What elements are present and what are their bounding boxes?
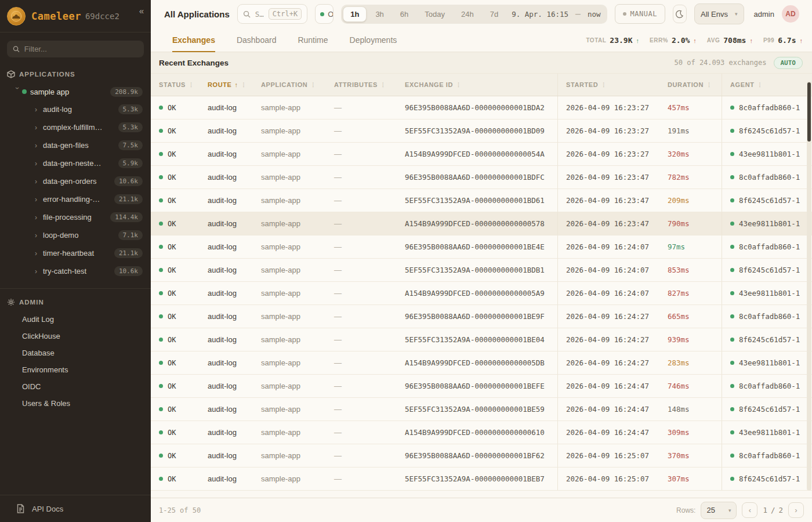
sidebar-route-item[interactable]: › file-processing 114.4k <box>0 208 151 226</box>
column-header-started[interactable]: STARTED⋮ <box>557 74 659 96</box>
time-range-1h[interactable]: 1h <box>343 6 367 22</box>
global-search[interactable]: S… Ctrl+K <box>237 4 307 24</box>
sidebar-route-item[interactable]: › try-catch-test 10.6k <box>0 262 151 280</box>
sidebar-route-item[interactable]: › data-gen-orders 10.6k <box>0 172 151 190</box>
tab-exchanges[interactable]: Exchanges <box>172 30 215 52</box>
range-from[interactable]: 9. Apr. 16:15 <box>507 6 573 22</box>
search-shortcut: Ctrl+K <box>269 8 302 20</box>
admin-item-environments[interactable]: Environments <box>0 361 151 378</box>
status-cell: OK <box>151 119 200 142</box>
table-row[interactable]: OK audit-log sample-app — 96E395B0088AA6… <box>151 305 812 328</box>
column-header-agent[interactable]: AGENT⋮ <box>722 74 812 96</box>
filter-input[interactable] <box>24 45 138 53</box>
started-cell: 2026-04-09 16:24:27 <box>557 351 659 374</box>
avatar[interactable]: AD <box>782 5 799 23</box>
status-ok-dot <box>159 268 163 272</box>
sidebar-route-item[interactable]: › data-gen-files 7.5k <box>0 136 151 154</box>
exchange-table: OK audit-log sample-app — 96E395B0088AA6… <box>151 96 812 491</box>
agent-ok-dot <box>730 384 734 388</box>
admin-item-oidc[interactable]: OIDC <box>0 378 151 395</box>
dark-mode-toggle[interactable] <box>673 5 687 23</box>
table-row[interactable]: OK audit-log sample-app — 96E395B0088AA6… <box>151 235 812 259</box>
table-row[interactable]: OK audit-log sample-app — 5EF55FC31352A9… <box>151 328 812 351</box>
auto-refresh-badge[interactable]: AUTO <box>774 57 803 69</box>
table-row[interactable]: OK audit-log sample-app — 96E395B0088AA6… <box>151 96 812 119</box>
route-count-badge: 114.4k <box>110 212 143 222</box>
status-label: OK <box>168 313 176 321</box>
sidebar-route-item[interactable]: › timer-heartbeat 21.1k <box>0 244 151 262</box>
table-row[interactable]: OK audit-log sample-app — 96E395B0088AA6… <box>151 166 812 189</box>
collapse-sidebar-icon[interactable]: « <box>139 6 144 16</box>
table-row[interactable]: OK audit-log sample-app — 96E395B0088AA6… <box>151 444 812 467</box>
admin-item-clickhouse[interactable]: ClickHouse <box>0 328 151 345</box>
route-count-badge: 10.6k <box>114 266 143 276</box>
range-separator: – <box>574 9 582 19</box>
table-row[interactable]: OK audit-log sample-app — 5EF55FC31352A9… <box>151 467 812 491</box>
time-range-7d[interactable]: 7d <box>483 6 506 22</box>
column-header-status[interactable]: STATUS⋮ <box>151 74 200 96</box>
search-icon <box>243 10 251 18</box>
manual-refresh-button[interactable]: MANUAL <box>615 4 665 24</box>
exchange-id-cell: A154B9A999DFCED-0000000000000610 <box>397 421 557 444</box>
route-cell: audit-log <box>200 119 253 142</box>
tab-runtime[interactable]: Runtime <box>298 30 328 52</box>
route-name: data-gen-files <box>43 141 89 150</box>
api-docs-link[interactable]: API Docs <box>0 495 151 522</box>
scrollbar-thumb[interactable] <box>807 82 811 142</box>
column-header-route[interactable]: ROUTE↑⋮ <box>200 74 253 96</box>
sidebar-route-item[interactable]: › data-gen-neste… 5.9k <box>0 154 151 172</box>
table-row[interactable]: OK audit-log sample-app — A154B9A999DFCE… <box>151 282 812 305</box>
table-row[interactable]: OK audit-log sample-app — 5EF55FC31352A9… <box>151 398 812 421</box>
column-header-duration[interactable]: DURATION⋮ <box>659 74 722 96</box>
admin-label: ADMIN <box>19 299 44 306</box>
table-row[interactable]: OK audit-log sample-app — 96E395B0088AA6… <box>151 375 812 398</box>
sidebar-route-item[interactable]: › error-handling-… 21.1k <box>0 190 151 208</box>
application-cell: sample-app <box>253 328 326 351</box>
admin-item-database[interactable]: Database <box>0 345 151 361</box>
tab-dashboard[interactable]: Dashboard <box>237 30 277 52</box>
column-header-exchange-id[interactable]: EXCHANGE ID⋮ <box>397 74 557 96</box>
sidebar-item-sample-app[interactable]: › sample app 208.9k <box>0 83 151 100</box>
exchange-count: 50 of 24.093 exchanges <box>675 59 767 67</box>
sort-arrow-icon: ↑ <box>235 81 238 88</box>
started-cell: 2026-04-09 16:23:47 <box>557 212 659 235</box>
status-cell: OK <box>151 421 200 444</box>
sidebar-filter[interactable] <box>7 41 144 57</box>
next-page-button[interactable]: › <box>788 502 804 518</box>
admin-item-users-roles[interactable]: Users & Roles <box>0 395 151 412</box>
table-row[interactable]: OK audit-log sample-app — 5EF55FC31352A9… <box>151 189 812 212</box>
sidebar-route-item[interactable]: › complex-fulfillm… 5.3k <box>0 118 151 136</box>
table-row[interactable]: OK audit-log sample-app — 5EF55FC31352A9… <box>151 259 812 282</box>
cameleer-logo <box>7 7 26 26</box>
connection-status-pill[interactable]: O <box>315 4 334 24</box>
table-row[interactable]: OK audit-log sample-app — A154B9A999DFCE… <box>151 212 812 235</box>
agent-ok-dot <box>730 245 734 249</box>
environment-select[interactable]: All Envs ▾ <box>694 3 744 24</box>
table-row[interactable]: OK audit-log sample-app — A154B9A999DFCE… <box>151 143 812 166</box>
agent-label: 8f6245c61d57-1 <box>739 126 800 135</box>
table-scrollbar[interactable] <box>807 81 811 491</box>
status-label: OK <box>168 429 176 437</box>
time-range-24h[interactable]: 24h <box>454 6 481 22</box>
route-count-badge: 21.1k <box>114 194 143 204</box>
column-header-attributes[interactable]: ATTRIBUTES⋮ <box>326 74 397 96</box>
time-range-6h[interactable]: 6h <box>393 6 416 22</box>
range-to[interactable]: now <box>583 6 606 22</box>
time-range-today[interactable]: Today <box>417 6 452 22</box>
sidebar-route-item[interactable]: › loop-demo 7.1k <box>0 226 151 244</box>
started-cell: 2026-04-09 16:24:07 <box>557 235 659 258</box>
prev-page-button[interactable]: ‹ <box>742 502 757 518</box>
status-ok-dot <box>159 291 163 295</box>
time-range-3h[interactable]: 3h <box>368 6 391 22</box>
status-label: OK <box>168 452 176 460</box>
rows-per-page-select[interactable]: 25 ▾ <box>701 502 737 519</box>
column-header-application[interactable]: APPLICATION⋮ <box>253 74 326 96</box>
route-name: complex-fulfillm… <box>43 123 103 132</box>
table-row[interactable]: OK audit-log sample-app — A154B9A999DFCE… <box>151 351 812 375</box>
table-row[interactable]: OK audit-log sample-app — 5EF55FC31352A9… <box>151 119 812 143</box>
admin-item-audit-log[interactable]: Audit Log <box>0 311 151 328</box>
application-cell: sample-app <box>253 305 326 328</box>
table-row[interactable]: OK audit-log sample-app — A154B9A999DFCE… <box>151 421 812 444</box>
tab-deployments[interactable]: Deployments <box>350 30 397 52</box>
sidebar-route-item[interactable]: › audit-log 5.3k <box>0 100 151 118</box>
